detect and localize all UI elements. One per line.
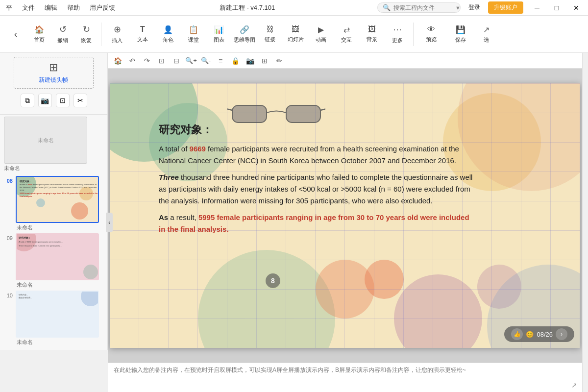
slide-thumb-10[interactable]: 研究内容... 数据分析结果... xyxy=(16,291,99,338)
next-page-button[interactable]: › xyxy=(556,328,567,340)
copy-frame-button[interactable]: ⧉ xyxy=(21,94,34,107)
link-button[interactable]: ⛓ 链接 xyxy=(257,20,283,49)
slide-icon: 🖼 xyxy=(292,25,299,34)
lock-icon[interactable]: 🔒 xyxy=(229,55,241,67)
menu-flat[interactable]: 平 xyxy=(4,3,14,12)
right-scrollbar[interactable] xyxy=(582,53,588,392)
thumb10-circle-1 xyxy=(81,291,99,306)
new-frame-label: 新建镜头帧 xyxy=(39,76,68,84)
slide-label-08: 未命名 xyxy=(16,224,103,231)
home-button[interactable]: 🏠 首页 xyxy=(27,20,51,49)
photo-button[interactable]: 📷 xyxy=(38,94,52,107)
menu-feedback[interactable]: 用户反馈 xyxy=(88,3,117,12)
thumb10-content: 研究内容... 数据分析结果... xyxy=(19,294,32,299)
more-icon: ⋯ xyxy=(393,24,402,35)
upgrade-button[interactable]: 升级账户 xyxy=(488,1,523,14)
select-button[interactable]: ↗ 选 xyxy=(475,20,497,49)
save-button[interactable]: 💾 保存 xyxy=(446,20,475,49)
resize-icon: ⊡ xyxy=(60,97,66,104)
svg-line-2 xyxy=(227,108,232,110)
svg-rect-1 xyxy=(286,105,320,122)
toolbar-main-group: ⊕ 插入 T 文本 👤 角色 📋 课堂 📊 图表 🔗 思维导图 ⛓ 链接 🖼 xyxy=(104,20,410,49)
slide-label: 幻灯片 xyxy=(288,36,304,43)
sidebar-collapse-button[interactable]: ‹ xyxy=(106,213,113,232)
prev-page-button[interactable]: 👍 xyxy=(511,328,523,340)
slide-number-09: 09 xyxy=(4,233,13,241)
background-button[interactable]: 🖼 背景 xyxy=(359,20,385,49)
character-button[interactable]: 👤 角色 xyxy=(155,20,181,49)
para3-highlight: 5995 female participants ranging in age … xyxy=(159,213,469,233)
redo-button[interactable]: ↻ 恢复 xyxy=(74,20,98,49)
slide-para-3: As a result, 5995 female participants ra… xyxy=(159,212,477,235)
blank-frame: 未命名 xyxy=(4,117,87,164)
rotate-left-icon[interactable]: ↶ xyxy=(126,55,138,67)
text-button[interactable]: T 文本 xyxy=(130,20,155,49)
notes-input[interactable] xyxy=(114,366,576,386)
login-button[interactable]: 登录 xyxy=(465,2,484,13)
resize-button[interactable]: ⊡ xyxy=(56,94,70,107)
camera-view-icon[interactable]: 📷 xyxy=(244,55,256,67)
close-button[interactable]: ✕ xyxy=(566,0,586,16)
redo-label: 恢复 xyxy=(81,37,92,44)
slide-button[interactable]: 🖼 幻灯片 xyxy=(283,20,308,49)
home-icon: 🏠 xyxy=(34,25,44,34)
interact-button[interactable]: ⇄ 交互 xyxy=(334,20,359,49)
menu-file[interactable]: 文件 xyxy=(20,3,37,12)
link-label: 链接 xyxy=(265,36,275,43)
insert-icon: ⊕ xyxy=(114,24,121,35)
slides-panel: 08 研究对象： A total of 9669 female particip… xyxy=(0,174,107,350)
classroom-button[interactable]: 📋 课堂 xyxy=(181,20,206,49)
menu-help[interactable]: 帮助 xyxy=(65,3,82,12)
grid-icon[interactable]: ≡ xyxy=(215,55,226,67)
zoom-in-icon[interactable]: 🔍+ xyxy=(185,55,197,67)
menu-edit[interactable]: 编辑 xyxy=(43,3,59,12)
animation-button[interactable]: ▶ 动画 xyxy=(308,20,334,49)
text-label: 文本 xyxy=(137,36,148,43)
chart-button[interactable]: 📊 图表 xyxy=(206,20,232,49)
notes-area: ↗ xyxy=(108,363,582,392)
svg-rect-0 xyxy=(232,105,267,122)
edit-icon[interactable]: ✏ xyxy=(273,55,285,67)
preview-button[interactable]: 👁 预览 xyxy=(416,20,446,49)
para3-rest: a result, xyxy=(168,213,198,221)
undo-button[interactable]: ↺ 撤销 xyxy=(51,20,74,49)
frame2-icon[interactable]: ⊟ xyxy=(171,55,182,67)
slide-thumb-08[interactable]: 研究对象： A total of 9669 female participant… xyxy=(16,176,99,223)
page-badge: 👍 😊 08/26 › xyxy=(504,326,574,342)
slide-thumb-09[interactable]: 研究对象： A total of 9669 female participant… xyxy=(16,233,99,280)
titlebar-right: 🔍 ▼ 登录 升级账户 ─ □ ✕ xyxy=(377,0,588,16)
notes-expand-icon[interactable]: ↗ xyxy=(571,381,577,389)
home-view-icon[interactable]: 🏠 xyxy=(112,55,123,67)
more-button[interactable]: ⋯ 更多 xyxy=(385,20,410,49)
page-badge-inner: 👍 😊 08/26 › xyxy=(504,326,574,342)
zoom-out-icon[interactable]: 🔍- xyxy=(200,55,212,67)
maximize-button[interactable]: □ xyxy=(547,0,566,16)
search-dropdown-icon[interactable]: ▼ xyxy=(455,5,461,11)
rotate-right-icon[interactable]: ↷ xyxy=(141,55,153,67)
project-title: 新建工程 - v4.7.101 xyxy=(220,3,275,12)
crop-button[interactable]: ✂ xyxy=(74,94,87,107)
slide-canvas: 研究对象： A total of 9669 female participant… xyxy=(110,83,580,348)
slide-thumb-wrap-10: 研究内容... 数据分析结果... 未命名 xyxy=(16,291,103,346)
para1-prefix: A total of xyxy=(159,145,190,153)
background-icon: 🖼 xyxy=(368,25,376,34)
search-input[interactable] xyxy=(393,4,452,11)
layout-icon[interactable]: ⊞ xyxy=(259,55,270,67)
slide-para-2: Three thousand three hundred nine partic… xyxy=(159,172,477,207)
new-frame-button[interactable]: ⊞ 新建镜头帧 xyxy=(14,57,93,89)
camera-icon: 📷 xyxy=(41,97,49,104)
mindmap-button[interactable]: 🔗 思维导图 xyxy=(232,20,257,49)
sidebar: ⊞ 新建镜头帧 ⧉ 📷 ⊡ ✂ xyxy=(0,53,108,350)
search-box[interactable]: 🔍 ▼ xyxy=(377,2,461,13)
select-label: 选 xyxy=(484,36,489,44)
nav-back-button[interactable]: ‹ xyxy=(4,20,27,49)
frame-icon[interactable]: ⊡ xyxy=(156,55,168,67)
minimize-button[interactable]: ─ xyxy=(527,0,547,16)
preview-label: 预览 xyxy=(426,36,437,43)
background-label: 背景 xyxy=(367,36,377,43)
insert-button[interactable]: ⊕ 插入 xyxy=(104,20,130,49)
sidebar-top: ⊞ 新建镜头帧 ⧉ 📷 ⊡ ✂ xyxy=(0,53,107,115)
bg-circle-3 xyxy=(198,250,335,348)
para2-bold: Three xyxy=(159,173,179,181)
chart-icon: 📊 xyxy=(214,25,224,34)
